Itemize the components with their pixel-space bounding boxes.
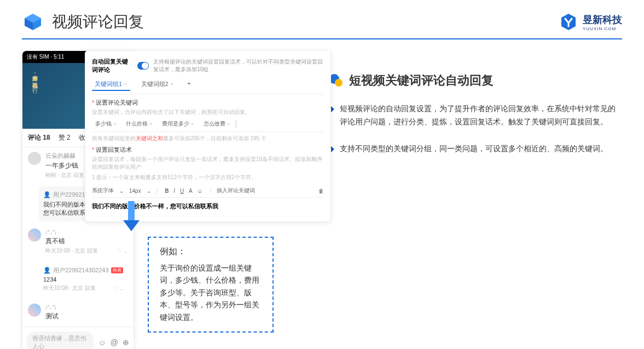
tab-comments[interactable]: 评论 18 xyxy=(28,133,50,142)
section-heading: 短视频关键词评论自动回复 xyxy=(328,72,622,89)
gift-icon[interactable]: ⊕ xyxy=(123,338,129,347)
bullet-text: 短视频评论的自动回复设置，为了提升作者的评论回复效率，在系统中针对常见的评论用户… xyxy=(340,102,622,129)
tab-likes[interactable]: 赞 2 xyxy=(59,133,71,142)
auto-reply-toggle[interactable] xyxy=(137,62,149,70)
bullet-item: ◆ 支持不同类型的关键词分组，同一类问题，可设置多个相近的、高频的关键词。 xyxy=(328,142,622,156)
page-title: 视频评论回复 xyxy=(52,12,144,32)
section-title: 短视频关键词评论自动回复 xyxy=(349,72,494,89)
avatar xyxy=(28,152,41,165)
user-icon: 👤 xyxy=(43,191,51,198)
example-box: 例如： 关于询价的设置成一组关键词，多少钱、什么价格，费用多少等。关于咨询班型、… xyxy=(148,237,274,333)
comment-meta: 昨天10:08 · 北京 回复 ♡ ⌄ xyxy=(45,247,128,255)
reply-field-hint: 设置回复话术，每回复一个用户评论只发送一条话术，最多支持设置10条不同话术。按添… xyxy=(92,156,324,171)
bullet-item: ◆ 短视频评论的自动回复设置，为了提升作者的评论回复效率，在系统中针对常见的评论… xyxy=(328,102,622,129)
insert-keyword-button[interactable]: 插入评论关键词 xyxy=(217,187,255,194)
keyword-tag[interactable]: 怎么收费 × xyxy=(200,119,234,129)
keyword-field-label: * 设置评论关键词 xyxy=(92,99,324,107)
reply-text: 1234 xyxy=(43,276,124,283)
comment-input-bar: 善语结善缘，恶言伤人心 ☺ @ ⊕ xyxy=(22,327,134,349)
keyword-field-hint: 设置关键词，当评论内容包含了以下关键词，则系统可自动回复。 xyxy=(92,108,324,116)
close-icon[interactable]: × xyxy=(170,81,173,87)
svg-rect-0 xyxy=(128,201,135,220)
underline-icon[interactable]: U xyxy=(180,188,184,194)
editor-toolbar: 系统字体 ⌄ 14px ⌄ | B I U A ☺ | 插入评论关键词 🗑 xyxy=(92,184,324,198)
reply-bubble: 👤 用户2299214302243 作者 1234 昨天10:08 · 北京 回… xyxy=(39,262,128,296)
comment-username: ₍ᐢ..ᐢ₎ xyxy=(45,304,128,311)
keyword-tag[interactable]: 费用是多少 × xyxy=(159,119,198,129)
author-badge: 作者 xyxy=(111,267,123,273)
comment-item: ₍ᐢ..ᐢ₎ 测试 xyxy=(22,299,134,327)
comment-username: ₍ᐢ..ᐢ₎ xyxy=(45,228,128,236)
svg-point-2 xyxy=(335,79,343,87)
color-icon[interactable]: A xyxy=(189,188,193,194)
add-tab-button[interactable]: + xyxy=(184,78,193,91)
at-icon[interactable]: @ xyxy=(111,338,118,347)
toggle-label: 自动回复关键词评论 xyxy=(92,58,133,74)
keyword-tag[interactable]: 多少钱 × xyxy=(92,119,120,129)
video-quote-text: 身的力有序， 而笑心有讯，行 xyxy=(31,71,38,84)
reply-field-note: 1 提示：一个富文本框最多支持512个字符，一个汉字占用2个字符。 xyxy=(92,174,324,181)
delete-icon[interactable]: 🗑 xyxy=(318,188,324,194)
keyword-tag[interactable]: 什么价格 × xyxy=(123,119,156,129)
cube-icon xyxy=(22,11,44,33)
logo-url: YUUXIN.COM xyxy=(583,26,622,31)
reply-field-label: * 设置回复话术 xyxy=(92,146,324,154)
arrow-down-icon xyxy=(120,201,142,234)
emoji-icon[interactable]: ☺ xyxy=(98,338,106,347)
reply-username: 用户2299214302243 xyxy=(53,266,109,274)
page-header: 视频评论回复 昱新科技 YUUXIN.COM xyxy=(0,0,644,38)
avatar xyxy=(28,304,41,317)
heart-icon[interactable]: ♡ ⌄ xyxy=(113,285,124,291)
comment-item: ₍ᐢ..ᐢ₎ 真不错 昨天10:08 · 北京 回复 ♡ ⌄ xyxy=(22,224,134,259)
avatar xyxy=(28,228,41,242)
settings-panel: 自动回复关键词评论 支持根据评论的关键词设置回复话术，可以针对不同类型关键词设置… xyxy=(85,50,331,222)
font-select[interactable]: 系统字体 xyxy=(92,187,114,194)
keyword-count-note: 所有关键词组里的关键词之和最多可添加200个，目前剩余可添加 195 个 xyxy=(92,135,324,142)
keyword-tab-2[interactable]: 关键词组2× xyxy=(138,78,177,91)
example-text: 关于询价的设置成一组关键词，多少钱、什么价格，费用多少等。关于咨询班型、版本、型… xyxy=(160,262,262,323)
example-title: 例如： xyxy=(160,246,262,258)
tag-cursor[interactable] xyxy=(236,120,236,128)
chevron-down-icon: ⌄ xyxy=(147,188,151,194)
emoji-icon[interactable]: ☺ xyxy=(197,188,202,194)
user-icon: 👤 xyxy=(43,267,51,274)
comment-text: 真不错 xyxy=(45,237,128,246)
reply-meta: 昨天10:08 · 北京 回复 ♡ ⌄ xyxy=(43,284,124,292)
comment-input[interactable]: 善语结善缘，恶言伤人心 xyxy=(27,331,94,349)
bullet-text: 支持不同类型的关键词分组，同一类问题，可设置多个相近的、高频的关键词。 xyxy=(340,142,608,156)
keyword-tab-1[interactable]: 关键词组1× xyxy=(92,78,130,91)
close-icon[interactable]: × xyxy=(124,81,127,87)
heart-icon[interactable]: ♡ ⌄ xyxy=(117,248,128,254)
bold-icon[interactable]: B xyxy=(165,188,169,194)
logo-text: 昱新科技 xyxy=(583,13,622,26)
keyword-group-tabs: 关键词组1× 关键词组2× + xyxy=(92,78,324,94)
chevron-down-icon: ⌄ xyxy=(119,188,124,194)
company-logo: 昱新科技 YUUXIN.COM xyxy=(559,12,622,32)
keyword-tags[interactable]: 多少钱 × 什么价格 × 费用是多少 × 怎么收费 × xyxy=(92,119,324,132)
logo-icon xyxy=(559,12,578,32)
italic-icon[interactable]: I xyxy=(173,188,175,194)
size-select[interactable]: 14px xyxy=(129,188,141,194)
toggle-description: 支持根据评论的关键词设置回复话术，可以针对不同类型关键词设置回复话术，最多添加1… xyxy=(153,58,324,73)
comment-text: 测试 xyxy=(45,312,128,321)
